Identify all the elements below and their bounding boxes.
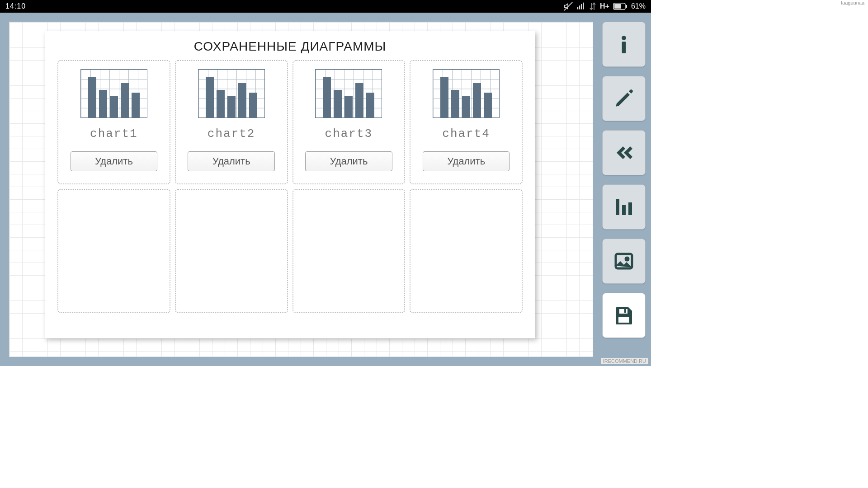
svg-rect-2 bbox=[579, 5, 580, 9]
chart-thumbnail-icon bbox=[315, 69, 382, 118]
chart-name-label: chart4 bbox=[442, 127, 490, 141]
empty-chart-slot[interactable] bbox=[175, 189, 288, 313]
dialog-title: СОХРАНЕННЫЕ ДИАГРАММЫ bbox=[57, 39, 523, 54]
battery-icon bbox=[613, 3, 627, 10]
delete-button[interactable]: Удалить bbox=[305, 151, 392, 171]
info-button[interactable] bbox=[602, 22, 646, 67]
svg-rect-11 bbox=[622, 205, 626, 215]
delete-button[interactable]: Удалить bbox=[71, 151, 157, 171]
chart-card[interactable]: chart4 Удалить bbox=[410, 60, 523, 184]
chart-name-label: chart1 bbox=[90, 127, 138, 141]
edit-button[interactable] bbox=[602, 76, 646, 121]
svg-point-8 bbox=[622, 36, 626, 40]
delete-button[interactable]: Удалить bbox=[188, 151, 274, 171]
empty-chart-slot[interactable] bbox=[57, 189, 170, 313]
watermark-bottom: IRECOMMEND.RU bbox=[601, 358, 648, 364]
svg-point-14 bbox=[626, 258, 628, 260]
chart-name-label: chart2 bbox=[208, 127, 255, 141]
pencil-icon bbox=[613, 88, 635, 109]
status-time: 14:10 bbox=[5, 2, 26, 10]
save-button[interactable] bbox=[602, 293, 646, 338]
chart-button[interactable] bbox=[602, 184, 646, 230]
status-bar: 14:10 H+ 61% laaguunaa bbox=[0, 0, 651, 13]
right-toolbar bbox=[597, 13, 651, 366]
chart-thumbnail-icon bbox=[80, 69, 147, 118]
chart-name-label: chart3 bbox=[325, 127, 373, 141]
battery-percent: 61% bbox=[631, 2, 646, 10]
chart-thumbnail-icon bbox=[433, 69, 500, 118]
svg-rect-12 bbox=[628, 202, 632, 215]
chart-card[interactable]: chart3 Удалить bbox=[292, 60, 406, 184]
chart-card[interactable]: chart2 Удалить bbox=[175, 60, 288, 184]
empty-chart-slot[interactable] bbox=[410, 189, 523, 313]
saved-charts-dialog: СОХРАНЕННЫЕ ДИАГРАММЫ chart1 Удалить cha… bbox=[45, 31, 535, 338]
svg-rect-4 bbox=[583, 3, 584, 9]
svg-rect-1 bbox=[577, 7, 579, 9]
info-icon bbox=[613, 33, 635, 55]
svg-rect-3 bbox=[581, 4, 582, 9]
network-type: H+ bbox=[600, 2, 609, 10]
chart-card-grid: chart1 Удалить chart2 Удалить chart3 Уда… bbox=[57, 60, 523, 313]
chart-thumbnail-icon bbox=[198, 69, 265, 118]
image-icon bbox=[613, 250, 635, 272]
delete-button[interactable]: Удалить bbox=[423, 151, 509, 171]
back-button[interactable] bbox=[602, 130, 646, 175]
bar-chart-icon bbox=[613, 196, 635, 218]
image-button[interactable] bbox=[602, 239, 646, 284]
mute-icon bbox=[564, 2, 573, 11]
signal-icon bbox=[576, 2, 585, 11]
data-icon bbox=[589, 2, 596, 11]
empty-chart-slot[interactable] bbox=[292, 189, 406, 313]
svg-rect-6 bbox=[614, 4, 621, 9]
svg-rect-15 bbox=[618, 317, 629, 323]
svg-rect-10 bbox=[616, 199, 619, 215]
svg-rect-9 bbox=[622, 42, 626, 53]
svg-rect-7 bbox=[626, 5, 627, 8]
chart-card[interactable]: chart1 Удалить bbox=[57, 60, 170, 184]
floppy-icon bbox=[613, 305, 635, 326]
canvas-grid: СОХРАНЕННЫЕ ДИАГРАММЫ chart1 Удалить cha… bbox=[9, 22, 593, 357]
chevrons-left-icon bbox=[613, 142, 635, 164]
